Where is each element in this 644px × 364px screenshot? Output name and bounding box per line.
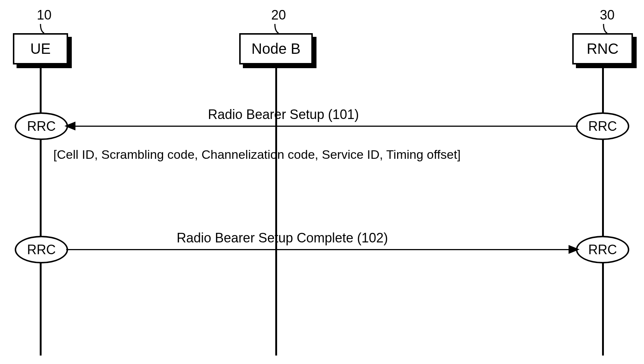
setup-message-label: Radio Bearer Setup (101): [208, 107, 359, 122]
ue-number: 10: [37, 7, 52, 23]
rnc-lifeline: [602, 64, 604, 356]
rnc-box: RNC: [572, 33, 633, 64]
rrc-label-ue-2: RRC: [27, 242, 56, 258]
ue-rrc-1: RRC: [15, 112, 68, 140]
ue-rrc-2: RRC: [15, 236, 68, 263]
ue-box: UE: [13, 33, 68, 64]
setup-arrow-line: [74, 126, 578, 127]
sequence-diagram: 10 UE 20 Node B 30 RNC RRC RRC Radio Bea…: [0, 0, 644, 364]
rnc-label: RNC: [587, 41, 619, 57]
setup-arrow-head: [64, 122, 75, 130]
rrc-label-ue-1: RRC: [27, 119, 56, 134]
nodeb-number: 20: [271, 7, 286, 23]
setup-message-details: [Cell ID, Scrambling code, Channelizatio…: [53, 147, 461, 162]
rnc-number: 30: [600, 7, 615, 23]
rrc-label-rnc-2: RRC: [588, 242, 617, 258]
rnc-rrc-2: RRC: [576, 236, 629, 263]
complete-arrow-line: [66, 249, 570, 250]
ue-label: UE: [30, 41, 51, 57]
nodeb-label: Node B: [251, 41, 300, 57]
ue-lifeline: [40, 64, 42, 356]
rrc-label-rnc-1: RRC: [588, 119, 617, 134]
complete-message-label: Radio Bearer Setup Complete (102): [177, 230, 388, 246]
rnc-rrc-1: RRC: [576, 112, 629, 140]
nodeb-box: Node B: [239, 33, 313, 64]
complete-arrow-head: [569, 245, 580, 254]
